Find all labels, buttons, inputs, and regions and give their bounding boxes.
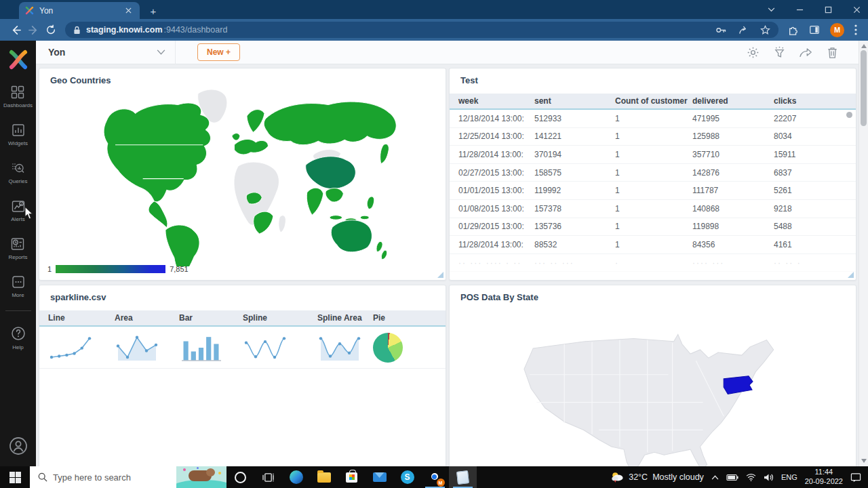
browser-tab[interactable]: Yon [19, 2, 140, 19]
table-row[interactable]: 11/28/2014 13:00:370194135771015911 [450, 146, 856, 164]
sidebar-item-reports[interactable]: Reports [8, 237, 27, 260]
page-scrollbar[interactable] [859, 41, 868, 466]
column-header[interactable]: Area [115, 313, 179, 323]
knowi-logo-icon[interactable] [7, 49, 29, 70]
share-icon[interactable] [738, 25, 749, 35]
taskbar-notepad-icon[interactable] [449, 466, 477, 488]
table-cell: 9218 [774, 204, 847, 214]
sparkline-area-chart[interactable] [115, 331, 179, 363]
taskbar-store-icon[interactable] [338, 466, 366, 488]
table-cell: 119992 [534, 186, 615, 195]
extensions-puzzle-icon[interactable] [788, 24, 799, 35]
table-row[interactable]: 12/18/2014 13:00:512933147199522207 [450, 110, 856, 128]
scrollbar-up-arrow[interactable] [861, 44, 867, 48]
taskbar-weather[interactable]: 32°C Mostly cloudy [610, 471, 704, 483]
column-header[interactable]: week [458, 96, 534, 106]
reload-button[interactable] [42, 21, 60, 39]
address-bar[interactable]: staging.knowi.com :9443/dashboard [65, 22, 778, 38]
widget-geo-countries[interactable]: Geo Countries [39, 68, 446, 281]
lock-icon[interactable] [73, 26, 81, 35]
taskbar-edge-icon[interactable] [282, 466, 310, 488]
taskbar-task-view-icon[interactable] [254, 466, 282, 488]
sparkline-spline-chart[interactable] [243, 331, 317, 363]
column-header[interactable]: clicks [774, 96, 847, 106]
dashboard-selector[interactable]: Yon [36, 41, 176, 64]
widget-resize-handle[interactable] [437, 272, 443, 278]
new-tab-button[interactable]: + [146, 4, 160, 18]
table-scrollbar-thumb[interactable] [846, 112, 852, 118]
password-key-icon[interactable] [715, 26, 727, 35]
start-button[interactable] [0, 466, 30, 488]
window-menu-chevron-icon[interactable] [765, 3, 777, 16]
column-header[interactable]: Line [48, 313, 115, 323]
action-center-icon[interactable] [850, 472, 861, 483]
search-input[interactable] [53, 472, 155, 483]
column-header[interactable]: Spline Area [317, 313, 373, 323]
window-minimize-button[interactable] [793, 3, 806, 16]
column-header[interactable]: Bar [179, 313, 243, 323]
taskbar-chrome-icon[interactable]: M [421, 466, 449, 488]
sidebar-item-dashboards[interactable]: Dashboards [3, 85, 33, 108]
user-avatar[interactable] [9, 436, 28, 455]
taskbar-skype-icon[interactable]: S [393, 466, 421, 488]
profile-avatar[interactable]: M [830, 23, 844, 37]
table-cell: 157378 [534, 204, 615, 214]
taskbar-file-explorer-icon[interactable] [310, 466, 338, 488]
widget-pos-by-state[interactable]: POS Data By State [449, 285, 856, 466]
table-cell: 370194 [534, 150, 615, 159]
table-cell: 1 [615, 204, 692, 214]
tray-wifi-icon[interactable] [746, 473, 756, 481]
taskbar-mail-icon[interactable] [366, 466, 393, 488]
share-arrow-icon[interactable] [798, 45, 813, 60]
settings-gear-icon[interactable] [745, 45, 760, 60]
sparkline-line-chart[interactable] [48, 331, 115, 363]
sparkline-bar-chart[interactable] [179, 331, 243, 363]
widget-test-table[interactable]: Test weeksentCount of customerdeliveredc… [449, 68, 856, 281]
search-highlight-image[interactable] [176, 466, 226, 488]
sidebar-item-help[interactable]: Help [10, 325, 26, 350]
window-close-button[interactable] [850, 3, 863, 16]
back-button[interactable] [7, 21, 24, 39]
side-panel-icon[interactable] [809, 24, 820, 35]
world-map-choropleth[interactable] [41, 85, 446, 266]
delete-trash-icon[interactable] [825, 45, 840, 60]
column-header[interactable]: sent [534, 96, 615, 106]
column-header[interactable]: delivered [692, 96, 774, 106]
tray-clock[interactable]: 11:44 20-09-2022 [805, 468, 843, 487]
table-cell: 1 [615, 186, 692, 195]
column-header[interactable]: Spline [243, 313, 317, 323]
table-cell: 1 [615, 240, 692, 249]
tray-language[interactable]: ENG [781, 473, 797, 481]
table-row[interactable]: 02/27/2015 13:00:15857511428766837 [450, 164, 856, 182]
table-row[interactable]: 12/25/2014 13:00:14122111259888034 [450, 128, 856, 146]
sparkline-pie-chart[interactable] [373, 333, 403, 363]
sidebar-item-queries[interactable]: Queries [8, 161, 27, 184]
tray-chevron-up-icon[interactable] [711, 475, 719, 480]
scrollbar-down-arrow[interactable] [861, 459, 867, 463]
table-row[interactable]: 01/08/2015 13:00:15737811408689218 [450, 200, 856, 218]
widget-sparkline-csv[interactable]: sparkline.csv LineAreaBarSplineSpline Ar… [39, 285, 446, 466]
sparkline-spline-area-chart[interactable] [317, 331, 373, 363]
table-row[interactable]: 11/28/2014 13:00:885321843564161 [450, 236, 856, 254]
scrollbar-thumb[interactable] [861, 50, 867, 126]
sidebar-item-alerts[interactable]: Alerts [11, 199, 26, 222]
window-maximize-button[interactable] [822, 3, 834, 16]
table-row[interactable]: 01/01/2015 13:00:11999211117875261 [450, 182, 856, 200]
sidebar-item-more[interactable]: More [11, 274, 26, 298]
column-header[interactable]: Count of customer [615, 96, 692, 106]
taskbar-search[interactable] [30, 466, 226, 488]
filter-funnel-icon[interactable] [772, 45, 787, 60]
tray-battery-icon[interactable] [726, 474, 738, 481]
tab-close-icon[interactable] [123, 5, 134, 16]
column-header[interactable]: Pie [373, 313, 437, 323]
tray-volume-icon[interactable] [764, 473, 774, 482]
new-widget-button[interactable]: New + [197, 43, 240, 61]
browser-menu-kebab-icon[interactable] [854, 24, 857, 35]
bookmark-star-icon[interactable] [760, 25, 770, 35]
table-row[interactable]: 01/29/2015 13:00:13573611198985488 [450, 218, 856, 237]
us-map-choropleth[interactable] [494, 319, 814, 466]
taskbar-cortana-icon[interactable] [226, 466, 254, 488]
forward-button[interactable] [24, 21, 42, 39]
widget-resize-handle[interactable] [848, 272, 854, 278]
sidebar-item-widgets[interactable]: Widgets [8, 123, 28, 146]
